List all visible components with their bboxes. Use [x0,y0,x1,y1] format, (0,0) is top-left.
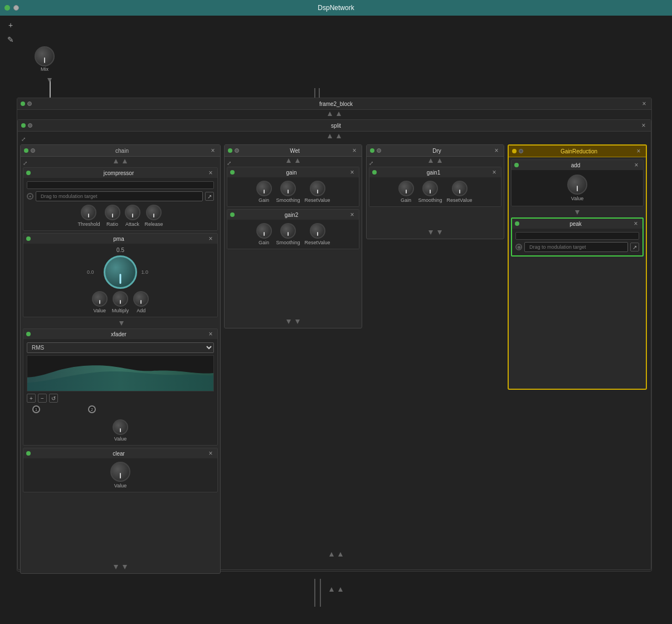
green-dot[interactable] [4,5,10,11]
wet-gain-knob[interactable] [256,181,272,196]
jcomp-drag-icon-btn[interactable]: ↗ [205,192,214,201]
gain2-close[interactable]: × [348,211,356,219]
wet-reset2-knob[interactable] [310,223,325,239]
wet-smoothing2-knob[interactable] [280,223,296,239]
pma-multiply-label: Multiply [112,308,129,313]
clear-close[interactable]: × [207,449,215,457]
pma-power[interactable] [26,236,31,241]
yellow-dot[interactable] [13,5,19,11]
chain-power-dot[interactable] [24,148,28,153]
ratio-knob[interactable] [105,205,120,220]
add-panel: add × Value [511,159,644,206]
gain1-power[interactable] [372,170,377,175]
frame2-power-dot[interactable] [21,101,25,106]
wet-smoothing1-knob[interactable] [280,181,296,196]
peak-drag-label: Drag to modulation target [529,244,586,250]
gain2-power[interactable] [230,212,235,217]
chain-expand-icon[interactable]: ⤢ [23,159,27,166]
dry-power-dot[interactable] [370,148,374,153]
pma-add-knob[interactable] [133,291,149,307]
dry-close[interactable]: × [493,147,500,154]
wet-reset2-knob-wrap: ResetValue [305,223,330,245]
add-close[interactable]: × [632,161,640,169]
split-dots [21,123,32,128]
frame2-close[interactable]: × [640,100,648,108]
pma-value-knob[interactable] [92,291,108,307]
dry-top-connectors [367,157,504,165]
dry-gain-knob[interactable] [398,181,414,196]
xfader-reset-btn[interactable]: ↺ [49,394,58,403]
pma-large-knob[interactable] [104,255,137,289]
jcompressor-close[interactable]: × [207,169,215,177]
chain-panel: chain × ⤢ [20,144,221,574]
gain-close[interactable]: × [348,168,356,176]
output-connectors-bottom [329,586,343,593]
peak-drag-row: ⊕ Drag to modulation target ↗ [515,242,639,252]
gain-title: gain [235,170,348,176]
dry-expand-icon[interactable]: ⤢ [369,159,373,166]
split-close[interactable]: × [640,122,647,129]
gr-power-dot[interactable] [512,149,517,153]
pma-value-label: Value [94,308,106,313]
mix-knob[interactable] [35,46,55,66]
dry-reset-knob-wrap: ResetValue [447,181,473,203]
jcomp-power[interactable] [26,171,31,175]
edit-button[interactable]: ✎ [4,33,17,46]
release-knob[interactable] [146,205,162,220]
wet-power-dot[interactable] [228,148,232,153]
xfader-waveform [27,355,214,391]
add-button[interactable]: + [4,19,17,31]
mix-connector-down [47,78,52,83]
out-conn-2 [338,552,343,557]
xfader-dropdown[interactable]: RMS [27,342,214,353]
gain1-close[interactable]: × [490,168,498,176]
peak-close[interactable]: × [632,220,640,228]
xfader-close[interactable]: × [207,330,215,338]
wet-gain2-knob[interactable] [256,223,272,239]
add-power[interactable] [514,163,519,167]
jcomp-circle-icon: + [27,193,33,200]
xfader-remove-btn[interactable]: − [38,394,47,403]
wet-title: Wet [239,148,350,154]
xfader-add-btn[interactable]: + [27,394,36,403]
gain-reduction-close[interactable]: × [635,147,642,155]
wet-reset2-label: ResetValue [305,240,330,245]
clear-value-knob[interactable] [110,462,130,482]
wet-conn-up-2 [295,158,300,163]
dry-reset-knob[interactable] [452,181,468,196]
clear-power[interactable] [26,451,31,456]
xfader-value-knob[interactable] [113,419,128,435]
split-expand-icon[interactable]: ⤢ [21,136,26,142]
gain-power[interactable] [230,170,235,175]
gr-gray-dot [519,149,523,153]
chain-conn-up-2 [123,159,127,163]
wet-close[interactable]: × [350,147,358,154]
pma-value-knob-wrap: Value [92,291,108,313]
gain1-knobs-row: Gain Smoothing ResetValue [373,181,498,203]
dry-title: Dry [381,148,493,154]
title-bar: DspNetwork [0,0,672,16]
chain-gray-dot [31,148,35,153]
pma-multiply-knob[interactable] [113,291,128,307]
dry-smoothing-knob[interactable] [422,181,438,196]
chain-conn-up-1 [114,159,118,163]
peak-power[interactable] [515,221,519,226]
wet-panel: Wet × ⤢ gain [224,144,362,328]
pma-close[interactable]: × [207,235,215,243]
xfader-power[interactable] [26,332,31,336]
peak-drag-bar[interactable]: Drag to modulation target [524,242,628,252]
wet-expand-icon[interactable]: ⤢ [227,159,231,166]
peak-drag-icon-btn[interactable]: ↗ [630,243,639,251]
attack-knob[interactable] [125,205,140,220]
gr-value-knob[interactable] [567,175,587,195]
gain1-header: gain1 × [369,167,501,177]
jcomp-drag-bar[interactable]: Drag to modulation target [36,191,203,201]
chain-close[interactable]: × [209,147,217,154]
xfader-handle-2[interactable]: 2 [88,405,96,413]
wet-reset1-knob[interactable] [310,181,325,196]
pma-xfader-connector [23,320,220,327]
xfader-handle-1[interactable]: 1 [32,405,40,413]
threshold-knob[interactable] [81,205,96,220]
pma-max-label: 1.0 [141,269,148,275]
split-power-dot[interactable] [21,123,26,128]
